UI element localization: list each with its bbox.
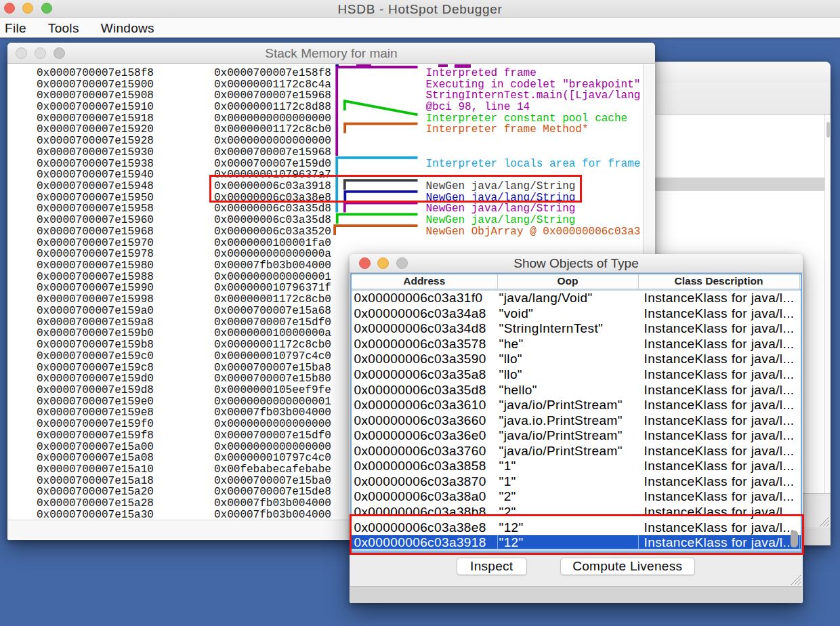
memory-address: 0x0000700007e158f8 [37, 68, 154, 79]
cell-address: 0x00000006c03a36e0 [352, 428, 498, 444]
cell-oop: "void" [498, 306, 639, 322]
menu-item-windows[interactable]: Windows [90, 18, 165, 37]
memory-value: 0x000000010797c4c0 [214, 351, 331, 362]
memory-value: 0x00000001172c8cb0 [214, 124, 331, 135]
column-header-address[interactable]: Address [352, 274, 498, 289]
cell-address: 0x00000006c03a3590 [352, 352, 498, 367]
cell-address: 0x00000006c03a35a8 [352, 367, 498, 383]
memory-value: 0x0000700007e15de8 [214, 486, 331, 498]
memory-address: 0x0000700007e15a08 [37, 453, 154, 464]
object-row[interactable]: 0x00000006c03a36e0"java/io/PrintStream"I… [352, 428, 801, 444]
memory-address: 0x0000700007e15a28 [37, 498, 154, 509]
memory-address: 0x0000700007e15910 [37, 102, 154, 113]
memory-address: 0x0000700007e15978 [37, 249, 154, 260]
object-row[interactable]: 0x00000006c03a3610"java/io/PrintStream"I… [352, 398, 801, 413]
menu-item-tools[interactable]: Tools [37, 18, 90, 37]
memory-value: 0x000000000000000a [214, 249, 331, 260]
memory-address: 0x0000700007e15950 [37, 192, 154, 204]
stack-annotation-label: NewGen java/lang/String [426, 215, 576, 226]
memory-value: 0x00000001172c8cb0 [214, 294, 331, 306]
memory-address: 0x0000700007e159d0 [37, 373, 154, 385]
object-row[interactable]: 0x00000006c03a35a8"llo"InstanceKlass for… [352, 367, 801, 383]
cell-oop: "java/io/PrintStream" [498, 444, 639, 459]
object-row[interactable]: 0x00000006c03a31f0"java/lang/Void"Instan… [352, 291, 801, 306]
cell-desc: InstanceKlass for java/l... [639, 398, 800, 413]
cell-oop: "1" [498, 459, 639, 474]
cell-address: 0x00000006c03a34a8 [352, 306, 498, 322]
memory-value: 0x0000000105eef9fe [214, 385, 331, 396]
object-row[interactable]: 0x00000006c03a3760"java/io/PrintStream"I… [352, 444, 801, 459]
clipped-bracket-fragment [335, 64, 339, 66]
memory-address: 0x0000700007e15940 [37, 169, 154, 181]
background-window-selected-row[interactable] [646, 178, 825, 191]
red-highlight-objects-rows [350, 514, 804, 555]
object-row[interactable]: 0x00000006c03a3858"1"InstanceKlass for j… [352, 459, 801, 474]
memory-address: 0x0000700007e15930 [37, 147, 154, 159]
stack-window-titlebar[interactable]: Stack Memory for main [7, 43, 655, 64]
memory-row: 0x0000700007e158f80x0000700007e158f8 [8, 68, 643, 79]
memory-address: 0x0000700007e15990 [37, 283, 154, 294]
memory-address: 0x0000700007e15948 [37, 181, 154, 192]
background-window-resize-grip[interactable] [819, 517, 830, 527]
app-titlebar[interactable]: HSDB - HotSpot Debugger [0, 0, 840, 18]
memory-address: 0x0000700007e159b0 [37, 328, 154, 339]
column-header-oop[interactable]: Oop [498, 274, 639, 289]
memory-value: 0x00000006c03a35d8 [214, 203, 331, 215]
memory-value: 0x0000000000000000 [214, 113, 331, 125]
memory-value: 0x0000700007e15b80 [214, 373, 331, 385]
object-row[interactable]: 0x00000006c03a3590"llo"InstanceKlass for… [352, 352, 801, 367]
object-row[interactable]: 0x00000006c03a38a0"2"InstanceKlass for j… [352, 489, 801, 505]
memory-value: 0x0000700007e15df0 [214, 430, 331, 442]
cell-desc: InstanceKlass for java/l... [639, 459, 800, 474]
memory-value: 0x00007fb03b004000 [214, 407, 331, 419]
compute-liveness-button[interactable]: Compute Liveness [560, 558, 696, 575]
background-window-titlebar[interactable] [646, 62, 831, 83]
background-window-header [646, 83, 831, 114]
cell-oop: "StringInternTest" [498, 321, 639, 337]
memory-address: 0x0000700007e15970 [37, 238, 154, 249]
stack-annotation-label: StringInternTest.main([Ljava/lang [426, 90, 641, 102]
inspect-button[interactable]: Inspect [457, 558, 528, 575]
memory-value: 0x0000700007e15ba8 [214, 362, 331, 374]
stack-annotation-label: Interpreter locals area for frame [426, 159, 641, 170]
object-row[interactable]: 0x00000006c03a34a8"void"InstanceKlass fo… [352, 306, 801, 322]
memory-address: 0x0000700007e15a10 [37, 464, 154, 476]
memory-address: 0x0000700007e159f0 [37, 419, 154, 430]
object-row[interactable]: 0x00000006c03a3870"1"InstanceKlass for j… [352, 474, 801, 490]
cell-desc: InstanceKlass for java/l... [639, 321, 800, 337]
column-header-class-description[interactable]: Class Description [639, 274, 800, 289]
memory-value: 0x0000000100001fa0 [214, 238, 331, 249]
red-highlight-stack-rows [209, 175, 583, 202]
object-row[interactable]: 0x00000006c03a34d8"StringInternTest"Inst… [352, 321, 801, 337]
clipped-annotation-fragment [455, 64, 471, 68]
memory-address: 0x0000700007e15920 [37, 124, 154, 135]
memory-value: 0x00febabecafebabe [214, 464, 331, 476]
objects-window-titlebar[interactable]: Show Objects of Type [350, 254, 803, 273]
stack-window-title: Stack Memory for main [7, 46, 655, 61]
background-window-scrollbar[interactable] [824, 114, 831, 493]
object-row[interactable]: 0x00000006c03a3578"he"InstanceKlass for … [352, 337, 801, 352]
objects-bottom-strip [350, 586, 802, 603]
memory-address: 0x0000700007e15908 [37, 90, 154, 102]
memory-value: 0x0000000000000000 [214, 135, 331, 147]
menu-item-file[interactable]: File [0, 18, 37, 37]
memory-value: 0x0000000000000000 [214, 419, 331, 430]
memory-address: 0x0000700007e15980 [37, 260, 154, 272]
memory-address: 0x0000700007e159a8 [37, 317, 154, 329]
background-window-scrollbar-thumb[interactable] [826, 122, 830, 138]
memory-address: 0x0000700007e159c0 [37, 351, 154, 362]
cell-oop: "1" [498, 474, 639, 490]
clipped-annotation-fragment [438, 64, 448, 67]
memory-value: 0x00007fb03b004000 [214, 509, 331, 520]
cell-desc: InstanceKlass for java/l... [639, 428, 800, 444]
memory-value: 0x000000010797c4c0 [214, 453, 331, 464]
memory-value: 0x00000001172c8cb0 [214, 339, 331, 351]
objects-table-header: AddressOopClass Description [352, 274, 801, 289]
object-row[interactable]: 0x00000006c03a3660"java.io.PrintStream"I… [352, 413, 801, 428]
memory-value: 0x0000700007e15a68 [214, 306, 331, 317]
objects-resize-grip[interactable] [791, 575, 801, 585]
memory-row: 0x0000700007e159300x0000700007e15968 [8, 147, 643, 159]
memory-value: 0x00000006c03a35d8 [214, 215, 331, 226]
memory-row: 0x0000700007e159100x00000001172c8d88 [8, 102, 643, 113]
object-row[interactable]: 0x00000006c03a35d8"hello"InstanceKlass f… [352, 382, 801, 398]
